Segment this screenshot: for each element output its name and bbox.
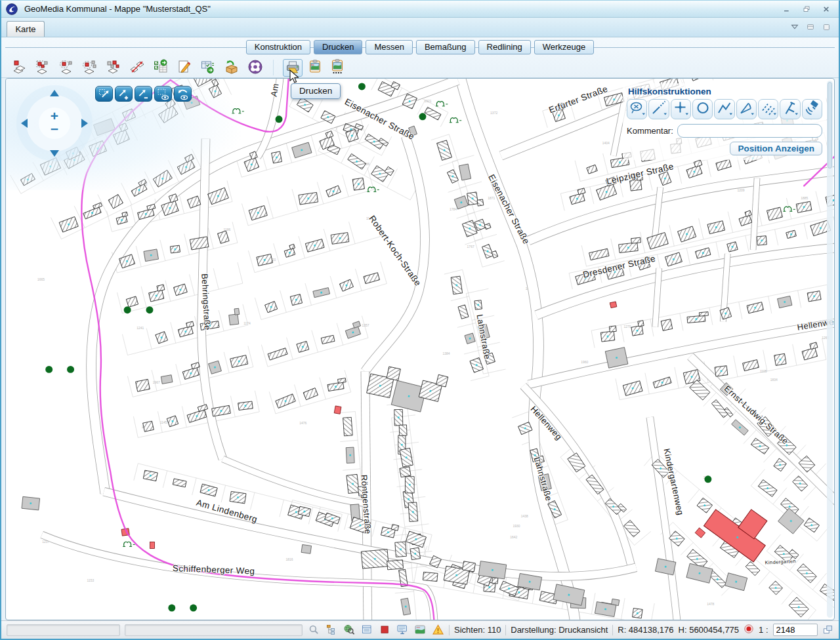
ribbon-tab-redlining[interactable]: Redlining [478, 40, 531, 54]
screen-display-button[interactable] [396, 624, 409, 637]
zoom-out-control[interactable]: − [16, 122, 93, 136]
zoom-extent-button[interactable] [95, 86, 113, 102]
minimize-button[interactable] [778, 3, 795, 15]
pan-down-arrow-icon[interactable] [50, 150, 59, 157]
select-ellipse-layer-icon [58, 59, 74, 77]
construction-line-button[interactable] [648, 99, 669, 119]
ribbon-tab-konstruktion[interactable]: Konstruktion [246, 40, 310, 54]
svg-text:1153: 1153 [87, 579, 94, 582]
view-selection-button[interactable] [154, 86, 172, 102]
copy-map-clipboard-button[interactable] [305, 59, 325, 77]
detach-window-icon[interactable] [822, 624, 833, 637]
gps-position-button[interactable] [802, 99, 822, 119]
construction-polyline-button[interactable] [714, 99, 734, 119]
views-count-label: Sichten: 110 [454, 625, 501, 635]
mdi-minimize-icon[interactable] [806, 22, 815, 34]
comment-input[interactable] [677, 124, 822, 138]
zoom-extent-icon [96, 87, 112, 101]
zoom-out-arrow-icon [136, 87, 151, 101]
record-stop-icon [379, 624, 391, 636]
mdi-restore-icon[interactable] [822, 22, 831, 34]
assign-features-layer-button[interactable] [104, 59, 123, 77]
query-table-check-button[interactable] [198, 59, 218, 77]
display-mode-label: Darstellung: Druckansicht [511, 625, 608, 635]
title-bar: GeoMedia Kommunal - Mappe "Musterstadt_Q… [1, 1, 839, 18]
select-features-layer-button[interactable] [9, 59, 29, 77]
export-package-button[interactable] [222, 59, 242, 77]
ribbon-tab-werkzeuge[interactable]: Werkzeuge [534, 40, 595, 54]
previous-view-button[interactable] [174, 86, 192, 102]
ribbon-tab-drucken[interactable]: Drucken [314, 40, 362, 54]
edit-document-icon [177, 59, 192, 77]
window-title: GeoMedia Kommunal - Mappe "Musterstadt_Q… [24, 4, 211, 14]
ribbon-tab-bemaßung[interactable]: Bemaßung [416, 40, 475, 54]
map-view-button[interactable] [413, 624, 427, 637]
scale-input[interactable] [773, 624, 818, 636]
legend-tree-button[interactable] [325, 624, 338, 637]
select-rectangle-layer-button[interactable] [33, 59, 52, 77]
construction-circle-icon [695, 100, 711, 118]
zoom-in-arrow-button[interactable] [115, 86, 133, 102]
copy-map-clipboard-options-button[interactable] [327, 59, 347, 77]
scale-prefix-label: 1 : [759, 625, 768, 635]
construction-point-icon [673, 100, 688, 118]
scale-lock-radio-icon[interactable] [744, 624, 754, 636]
validate-attributes-button[interactable] [151, 59, 171, 77]
app-window: GeoMedia Kommunal - Mappe "Musterstadt_Q… [0, 0, 840, 640]
restore-button[interactable] [798, 3, 815, 15]
construction-parallel-button[interactable] [758, 99, 778, 119]
close-button[interactable] [818, 3, 835, 15]
selection-tool-group [9, 59, 265, 77]
geomedia-app-icon [5, 3, 18, 16]
world-search-button[interactable] [343, 624, 356, 637]
coordinate-h-label: H: 5600454,775 [679, 625, 740, 635]
record-stop-button[interactable] [378, 624, 391, 637]
tab-list-dropdown-icon[interactable] [790, 22, 799, 34]
svg-text:1384: 1384 [442, 352, 450, 355]
search-button[interactable] [307, 624, 320, 637]
tab-karte[interactable]: Karte [7, 21, 45, 37]
ribbon-tab-messen[interactable]: Messen [366, 40, 413, 54]
edit-document-button[interactable] [175, 59, 194, 77]
zoom-in-control[interactable]: + [16, 109, 93, 123]
svg-text:1241: 1241 [136, 327, 144, 330]
flip-geometry-button[interactable] [127, 59, 147, 77]
world-search-icon [343, 624, 356, 636]
window-list-icon [361, 624, 373, 636]
print-button[interactable] [283, 59, 303, 77]
scrollbar-thumb[interactable] [828, 82, 832, 169]
map-vertical-scrollbar[interactable] [827, 81, 833, 618]
geomedia-logo-button[interactable] [245, 59, 265, 77]
construction-parallel-icon [761, 100, 776, 118]
select-rectangle-layer-icon [35, 59, 51, 77]
select-ellipse-layer-button[interactable] [56, 59, 76, 77]
construction-line-icon [651, 100, 667, 118]
pan-up-arrow-icon[interactable] [50, 90, 59, 96]
hilfskonstruktionen-panel: Hilfskonstruktionen Kommentar: Position … [623, 83, 826, 160]
svg-text:1921: 1921 [425, 100, 432, 103]
print-tool-group [283, 59, 347, 77]
pan-zoom-compass[interactable]: + − [16, 85, 93, 161]
svg-text:1816: 1816 [286, 558, 293, 561]
map-viewport[interactable]: 1642115313321767148918851871137216801105… [5, 78, 835, 620]
comment-delete-icon [629, 100, 645, 118]
svg-text:1784: 1784 [450, 208, 457, 211]
svg-text:1209: 1209 [738, 189, 745, 192]
construction-point-button[interactable] [671, 99, 691, 119]
construction-circle-button[interactable] [692, 99, 713, 119]
comment-delete-button[interactable] [627, 99, 647, 119]
status-progress-field [125, 624, 303, 636]
construction-angle-button[interactable] [736, 99, 757, 119]
select-ellipse-features-button[interactable] [80, 59, 100, 77]
svg-text:1145: 1145 [160, 421, 167, 424]
warning-button[interactable] [431, 624, 444, 637]
view-button-group [95, 86, 192, 102]
zoom-out-arrow-button[interactable] [135, 86, 152, 102]
street-label: Erfurter Straße [547, 84, 609, 115]
legend-tree-icon [326, 624, 338, 636]
window-list-button[interactable] [360, 624, 373, 637]
svg-text:1279: 1279 [623, 325, 631, 329]
construction-perpendicular-button[interactable] [780, 99, 800, 119]
geomedia-logo-icon [247, 59, 263, 77]
position-anzeigen-button[interactable]: Position Anzeigen [730, 142, 822, 155]
